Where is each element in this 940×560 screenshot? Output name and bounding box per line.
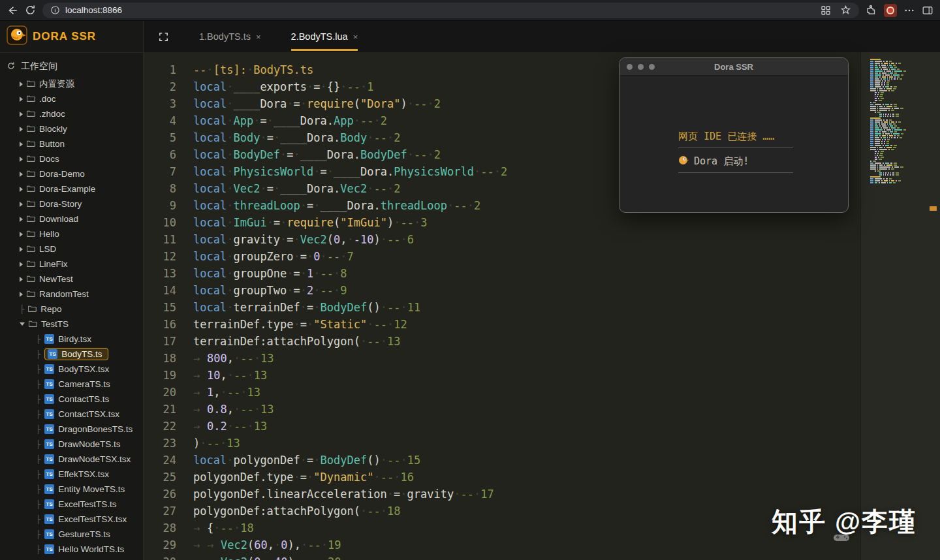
code-line-30[interactable]: 30→→Vec2(0,·40),·--·20 — [144, 553, 860, 560]
folder-icon — [27, 289, 35, 299]
tree-file-Hello WorldTS.ts[interactable]: ├TSHello WorldTS.ts — [0, 542, 143, 557]
extension-avatar-icon[interactable] — [884, 4, 897, 17]
code-line-21[interactable]: 21→0.8,·--·13 — [144, 401, 860, 418]
folder-icon — [27, 154, 35, 164]
code-line-19[interactable]: 19→10,·--·13 — [144, 367, 860, 384]
tree-file-GestureTS.ts[interactable]: ├TSGestureTS.ts — [0, 527, 143, 542]
code-line-10[interactable]: 10local·ImGui·=·require("ImGui")·--·3 — [144, 214, 860, 231]
tree-folder-Repo[interactable]: ├Repo — [0, 302, 143, 317]
minimap[interactable] — [870, 59, 933, 189]
tree-folder-NewTest[interactable]: NewTest — [0, 272, 143, 287]
tree-file-ExcelTestTSX.tsx[interactable]: ├TSExcelTestTSX.tsx — [0, 512, 143, 527]
scrollbar-marker[interactable] — [930, 206, 937, 211]
preview-window-titlebar[interactable]: Dora SSR — [619, 58, 848, 76]
line-number: 7 — [144, 163, 176, 180]
tree-file-DrawNodeTS.ts[interactable]: ├TSDrawNodeTS.ts — [0, 437, 143, 452]
tab-groups-icon[interactable] — [821, 5, 831, 16]
side-panel-icon[interactable] — [922, 5, 933, 16]
tree-file-DragonBonesTS.ts[interactable]: ├TSDragonBonesTS.ts — [0, 422, 143, 437]
dora-bird-icon — [678, 155, 689, 168]
tree-folder-Docs[interactable]: Docs — [0, 151, 143, 166]
extensions-icon[interactable] — [866, 5, 877, 16]
dora-logo-icon — [7, 25, 27, 48]
code-line-23[interactable]: 23)·--·13 — [144, 435, 860, 452]
code-line-15[interactable]: 15local·terrainDef·=·BodyDef()·--·11 — [144, 299, 860, 316]
workspace-header[interactable]: 工作空间 — [0, 53, 143, 76]
line-number: 28 — [144, 520, 176, 537]
line-content: polygonDef.linearAcceleration·=·gravity·… — [193, 486, 494, 503]
sync-icon[interactable] — [7, 61, 16, 72]
tab-close-icon[interactable]: × — [353, 32, 358, 42]
tree-file-DrawNodeTSX.tsx[interactable]: ├TSDrawNodeTSX.tsx — [0, 452, 143, 467]
tab-bodyts-ts[interactable]: 1.BodyTS.ts × — [199, 22, 261, 51]
file-label: Birdy.tsx — [58, 334, 91, 344]
fullscreen-icon[interactable] — [158, 31, 169, 42]
site-info-icon[interactable] — [50, 5, 60, 15]
tree-folder-Button[interactable]: Button — [0, 136, 143, 151]
tree-folder-内置资源[interactable]: 内置资源 — [0, 76, 143, 91]
refresh-icon[interactable] — [25, 5, 36, 16]
tree-folder-Dora-Story[interactable]: Dora-Story — [0, 196, 143, 211]
code-line-27[interactable]: 27polygonDef:attachPolygon(·--·18 — [144, 503, 860, 520]
code-line-13[interactable]: 13local·groupOne·=·1·--·8 — [144, 265, 860, 282]
tree-line: ├ — [36, 470, 40, 479]
code-line-16[interactable]: 16terrainDef.type·=·"Static"·--·12 — [144, 316, 860, 333]
ts-file-icon: TS — [44, 364, 54, 374]
tree-folder-.zhdoc[interactable]: .zhdoc — [0, 106, 143, 121]
back-icon[interactable] — [7, 5, 18, 16]
tree-file-BodyTS.ts[interactable]: ├TSBodyTS.ts — [0, 347, 143, 362]
chevron-right-icon — [20, 187, 23, 192]
folder-label: 内置资源 — [39, 78, 74, 90]
chevron-right-icon — [20, 247, 23, 252]
tree-file-ExcelTestTS.ts[interactable]: ├TSExcelTestTS.ts — [0, 497, 143, 512]
tree-file-EffekTSX.tsx[interactable]: ├TSEffekTSX.tsx — [0, 467, 143, 482]
code-line-25[interactable]: 25polygonDef.type·=·"Dynamic"·--·16 — [144, 469, 860, 486]
code-line-29[interactable]: 29→→Vec2(60,·0),·--·19 — [144, 537, 860, 553]
browser-menu-icon[interactable] — [903, 5, 915, 16]
code-line-24[interactable]: 24local·polygonDef·=·BodyDef()·--·15 — [144, 452, 860, 469]
code-line-12[interactable]: 12local·groupZero·=·0·--·7 — [144, 248, 860, 265]
tree-folder-Dora-Demo[interactable]: Dora-Demo — [0, 166, 143, 181]
editor-tabbar: 1.BodyTS.ts × 2.BodyTS.lua × — [144, 21, 940, 52]
code-line-18[interactable]: 18→800,·--·13 — [144, 350, 860, 367]
line-number: 8 — [144, 180, 176, 197]
tree-folder-RandomTest[interactable]: RandomTest — [0, 287, 143, 302]
code-line-11[interactable]: 11local·gravity·=·Vec2(0,·-10)·--·6 — [144, 231, 860, 248]
code-line-17[interactable]: 17terrainDef:attachPolygon(·--·13 — [144, 333, 860, 350]
tree-folder-Blockly[interactable]: Blockly — [0, 121, 143, 136]
ts-file-icon: TS — [44, 529, 54, 539]
line-content: local·polygonDef·=·BodyDef()·--·15 — [193, 452, 420, 469]
tree-file-CameraTS.ts[interactable]: ├TSCameraTS.ts — [0, 377, 143, 392]
tree-folder-Hello[interactable]: Hello — [0, 226, 143, 241]
chevron-right-icon — [20, 202, 23, 207]
tree-file-ContactTSX.tsx[interactable]: ├TSContactTSX.tsx — [0, 407, 143, 422]
code-line-20[interactable]: 20→1,·--·13 — [144, 384, 860, 401]
tree-line: ├ — [36, 440, 40, 449]
tree-folder-Dora-Example[interactable]: Dora-Example — [0, 181, 143, 196]
tree-file-Birdy.tsx[interactable]: ├TSBirdy.tsx — [0, 332, 143, 347]
code-line-26[interactable]: 26polygonDef.linearAcceleration·=·gravit… — [144, 486, 860, 503]
tree-folder-LineFix[interactable]: LineFix — [0, 257, 143, 272]
tree-folder-TestTS[interactable]: TestTS — [0, 317, 143, 332]
address-bar[interactable]: localhost:8866 — [42, 3, 859, 18]
code-line-14[interactable]: 14local·groupTwo·=·2·--·9 — [144, 282, 860, 299]
code-line-28[interactable]: 28→{·--·18 — [144, 520, 860, 537]
tab-close-icon[interactable]: × — [256, 32, 261, 42]
selected-file[interactable]: TSBodyTS.ts — [44, 348, 108, 360]
tab-bodyts-lua[interactable]: 2.BodyTS.lua × — [291, 22, 358, 51]
file-label: ExcelTestTS.ts — [58, 499, 116, 509]
tree-file-Entity MoveTS.ts[interactable]: ├TSEntity MoveTS.ts — [0, 482, 143, 497]
dora-preview-window[interactable]: Dora SSR 网页 IDE 已连接 …… Dora 启动! — [619, 57, 849, 213]
line-number: 29 — [144, 537, 176, 553]
code-line-22[interactable]: 22→0.2·--·13 — [144, 418, 860, 435]
tree-folder-.doc[interactable]: .doc — [0, 91, 143, 106]
tree-file-BodyTSX.tsx[interactable]: ├TSBodyTSX.tsx — [0, 362, 143, 377]
tree-folder-Download[interactable]: Download — [0, 211, 143, 226]
tree-file-ContactTS.ts[interactable]: ├TSContactTS.ts — [0, 392, 143, 407]
tree-line: ├ — [36, 380, 40, 389]
bookmark-star-icon[interactable] — [840, 5, 851, 16]
folder-icon — [27, 274, 35, 284]
tree-folder-LSD[interactable]: LSD — [0, 241, 143, 257]
tree-line: ├ — [36, 350, 40, 359]
ts-file-icon: TS — [44, 499, 54, 509]
